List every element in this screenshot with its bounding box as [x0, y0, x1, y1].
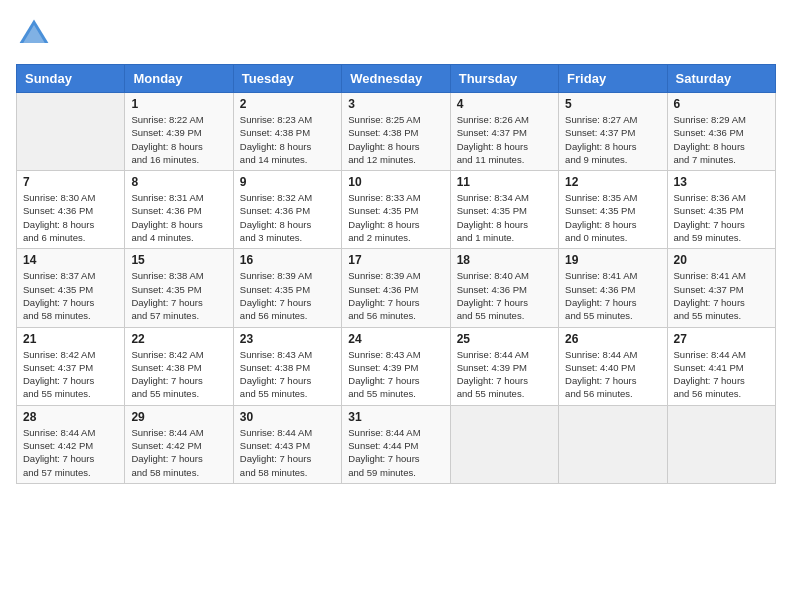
day-number: 31	[348, 410, 443, 424]
day-info: Sunrise: 8:23 AM Sunset: 4:38 PM Dayligh…	[240, 113, 335, 166]
day-number: 20	[674, 253, 769, 267]
weekday-header: Sunday	[17, 65, 125, 93]
day-number: 3	[348, 97, 443, 111]
day-info: Sunrise: 8:30 AM Sunset: 4:36 PM Dayligh…	[23, 191, 118, 244]
day-info: Sunrise: 8:44 AM Sunset: 4:40 PM Dayligh…	[565, 348, 660, 401]
calendar-cell	[450, 405, 558, 483]
calendar-week-row: 1Sunrise: 8:22 AM Sunset: 4:39 PM Daylig…	[17, 93, 776, 171]
weekday-header: Saturday	[667, 65, 775, 93]
day-info: Sunrise: 8:37 AM Sunset: 4:35 PM Dayligh…	[23, 269, 118, 322]
day-info: Sunrise: 8:44 AM Sunset: 4:43 PM Dayligh…	[240, 426, 335, 479]
day-info: Sunrise: 8:44 AM Sunset: 4:44 PM Dayligh…	[348, 426, 443, 479]
day-number: 24	[348, 332, 443, 346]
logo	[16, 16, 58, 52]
day-number: 23	[240, 332, 335, 346]
day-info: Sunrise: 8:41 AM Sunset: 4:37 PM Dayligh…	[674, 269, 769, 322]
day-number: 17	[348, 253, 443, 267]
day-info: Sunrise: 8:27 AM Sunset: 4:37 PM Dayligh…	[565, 113, 660, 166]
weekday-header: Thursday	[450, 65, 558, 93]
calendar-week-row: 7Sunrise: 8:30 AM Sunset: 4:36 PM Daylig…	[17, 171, 776, 249]
day-info: Sunrise: 8:25 AM Sunset: 4:38 PM Dayligh…	[348, 113, 443, 166]
day-number: 19	[565, 253, 660, 267]
weekday-header: Wednesday	[342, 65, 450, 93]
calendar-cell	[17, 93, 125, 171]
day-number: 2	[240, 97, 335, 111]
day-info: Sunrise: 8:35 AM Sunset: 4:35 PM Dayligh…	[565, 191, 660, 244]
calendar-cell: 11Sunrise: 8:34 AM Sunset: 4:35 PM Dayli…	[450, 171, 558, 249]
day-info: Sunrise: 8:31 AM Sunset: 4:36 PM Dayligh…	[131, 191, 226, 244]
calendar-cell: 20Sunrise: 8:41 AM Sunset: 4:37 PM Dayli…	[667, 249, 775, 327]
weekday-header: Tuesday	[233, 65, 341, 93]
day-number: 21	[23, 332, 118, 346]
day-info: Sunrise: 8:39 AM Sunset: 4:35 PM Dayligh…	[240, 269, 335, 322]
day-info: Sunrise: 8:43 AM Sunset: 4:39 PM Dayligh…	[348, 348, 443, 401]
day-info: Sunrise: 8:41 AM Sunset: 4:36 PM Dayligh…	[565, 269, 660, 322]
day-number: 10	[348, 175, 443, 189]
day-number: 4	[457, 97, 552, 111]
day-info: Sunrise: 8:40 AM Sunset: 4:36 PM Dayligh…	[457, 269, 552, 322]
calendar-cell: 29Sunrise: 8:44 AM Sunset: 4:42 PM Dayli…	[125, 405, 233, 483]
calendar-cell	[667, 405, 775, 483]
day-info: Sunrise: 8:42 AM Sunset: 4:37 PM Dayligh…	[23, 348, 118, 401]
calendar-cell: 17Sunrise: 8:39 AM Sunset: 4:36 PM Dayli…	[342, 249, 450, 327]
calendar-cell: 28Sunrise: 8:44 AM Sunset: 4:42 PM Dayli…	[17, 405, 125, 483]
day-number: 15	[131, 253, 226, 267]
calendar-cell: 22Sunrise: 8:42 AM Sunset: 4:38 PM Dayli…	[125, 327, 233, 405]
weekday-header: Monday	[125, 65, 233, 93]
calendar-cell: 23Sunrise: 8:43 AM Sunset: 4:38 PM Dayli…	[233, 327, 341, 405]
calendar-cell: 13Sunrise: 8:36 AM Sunset: 4:35 PM Dayli…	[667, 171, 775, 249]
day-number: 16	[240, 253, 335, 267]
calendar-cell: 5Sunrise: 8:27 AM Sunset: 4:37 PM Daylig…	[559, 93, 667, 171]
day-number: 14	[23, 253, 118, 267]
calendar-cell: 16Sunrise: 8:39 AM Sunset: 4:35 PM Dayli…	[233, 249, 341, 327]
calendar-week-row: 21Sunrise: 8:42 AM Sunset: 4:37 PM Dayli…	[17, 327, 776, 405]
day-info: Sunrise: 8:32 AM Sunset: 4:36 PM Dayligh…	[240, 191, 335, 244]
calendar-cell: 7Sunrise: 8:30 AM Sunset: 4:36 PM Daylig…	[17, 171, 125, 249]
day-info: Sunrise: 8:43 AM Sunset: 4:38 PM Dayligh…	[240, 348, 335, 401]
day-info: Sunrise: 8:26 AM Sunset: 4:37 PM Dayligh…	[457, 113, 552, 166]
calendar-week-row: 28Sunrise: 8:44 AM Sunset: 4:42 PM Dayli…	[17, 405, 776, 483]
day-number: 26	[565, 332, 660, 346]
day-number: 1	[131, 97, 226, 111]
day-number: 12	[565, 175, 660, 189]
calendar-cell: 15Sunrise: 8:38 AM Sunset: 4:35 PM Dayli…	[125, 249, 233, 327]
day-info: Sunrise: 8:33 AM Sunset: 4:35 PM Dayligh…	[348, 191, 443, 244]
day-info: Sunrise: 8:42 AM Sunset: 4:38 PM Dayligh…	[131, 348, 226, 401]
day-number: 9	[240, 175, 335, 189]
calendar-cell: 26Sunrise: 8:44 AM Sunset: 4:40 PM Dayli…	[559, 327, 667, 405]
day-info: Sunrise: 8:36 AM Sunset: 4:35 PM Dayligh…	[674, 191, 769, 244]
calendar-body: 1Sunrise: 8:22 AM Sunset: 4:39 PM Daylig…	[17, 93, 776, 484]
calendar-cell: 10Sunrise: 8:33 AM Sunset: 4:35 PM Dayli…	[342, 171, 450, 249]
calendar-cell	[559, 405, 667, 483]
calendar-cell: 19Sunrise: 8:41 AM Sunset: 4:36 PM Dayli…	[559, 249, 667, 327]
calendar-cell: 27Sunrise: 8:44 AM Sunset: 4:41 PM Dayli…	[667, 327, 775, 405]
calendar-header: SundayMondayTuesdayWednesdayThursdayFrid…	[17, 65, 776, 93]
calendar-cell: 1Sunrise: 8:22 AM Sunset: 4:39 PM Daylig…	[125, 93, 233, 171]
day-number: 25	[457, 332, 552, 346]
day-number: 22	[131, 332, 226, 346]
day-number: 5	[565, 97, 660, 111]
day-number: 11	[457, 175, 552, 189]
calendar-week-row: 14Sunrise: 8:37 AM Sunset: 4:35 PM Dayli…	[17, 249, 776, 327]
calendar-cell: 8Sunrise: 8:31 AM Sunset: 4:36 PM Daylig…	[125, 171, 233, 249]
calendar-cell: 31Sunrise: 8:44 AM Sunset: 4:44 PM Dayli…	[342, 405, 450, 483]
page-header	[16, 16, 776, 52]
weekday-row: SundayMondayTuesdayWednesdayThursdayFrid…	[17, 65, 776, 93]
calendar-cell: 12Sunrise: 8:35 AM Sunset: 4:35 PM Dayli…	[559, 171, 667, 249]
day-info: Sunrise: 8:38 AM Sunset: 4:35 PM Dayligh…	[131, 269, 226, 322]
calendar-cell: 4Sunrise: 8:26 AM Sunset: 4:37 PM Daylig…	[450, 93, 558, 171]
day-number: 7	[23, 175, 118, 189]
calendar-cell: 25Sunrise: 8:44 AM Sunset: 4:39 PM Dayli…	[450, 327, 558, 405]
calendar-table: SundayMondayTuesdayWednesdayThursdayFrid…	[16, 64, 776, 484]
calendar-cell: 14Sunrise: 8:37 AM Sunset: 4:35 PM Dayli…	[17, 249, 125, 327]
day-number: 27	[674, 332, 769, 346]
day-info: Sunrise: 8:44 AM Sunset: 4:42 PM Dayligh…	[131, 426, 226, 479]
calendar-cell: 18Sunrise: 8:40 AM Sunset: 4:36 PM Dayli…	[450, 249, 558, 327]
day-info: Sunrise: 8:29 AM Sunset: 4:36 PM Dayligh…	[674, 113, 769, 166]
day-info: Sunrise: 8:34 AM Sunset: 4:35 PM Dayligh…	[457, 191, 552, 244]
day-info: Sunrise: 8:22 AM Sunset: 4:39 PM Dayligh…	[131, 113, 226, 166]
calendar-cell: 21Sunrise: 8:42 AM Sunset: 4:37 PM Dayli…	[17, 327, 125, 405]
calendar-cell: 6Sunrise: 8:29 AM Sunset: 4:36 PM Daylig…	[667, 93, 775, 171]
calendar-cell: 3Sunrise: 8:25 AM Sunset: 4:38 PM Daylig…	[342, 93, 450, 171]
day-info: Sunrise: 8:44 AM Sunset: 4:42 PM Dayligh…	[23, 426, 118, 479]
